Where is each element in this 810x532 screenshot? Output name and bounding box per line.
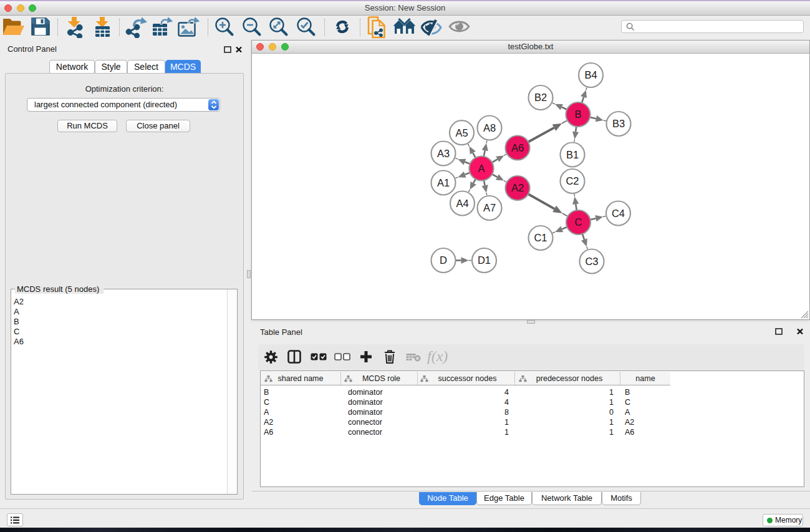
svg-text:B1: B1 bbox=[566, 149, 579, 160]
svg-text:A2: A2 bbox=[511, 182, 524, 193]
svg-text:C4: C4 bbox=[612, 208, 625, 219]
svg-text:A4: A4 bbox=[456, 198, 468, 209]
svg-text:A5: A5 bbox=[455, 127, 468, 138]
svg-text:C1: C1 bbox=[534, 232, 547, 243]
svg-text:C: C bbox=[575, 216, 582, 228]
svg-text:A3: A3 bbox=[437, 148, 450, 159]
svg-text:C3: C3 bbox=[585, 256, 598, 267]
svg-text:A6: A6 bbox=[511, 142, 524, 153]
svg-text:B: B bbox=[574, 109, 581, 120]
svg-text:D1: D1 bbox=[478, 254, 491, 266]
svg-text:A8: A8 bbox=[483, 122, 496, 133]
svg-text:B3: B3 bbox=[612, 118, 625, 129]
svg-text:C2: C2 bbox=[566, 175, 579, 186]
svg-text:D: D bbox=[440, 254, 447, 266]
svg-text:B2: B2 bbox=[534, 92, 547, 103]
svg-text:A7: A7 bbox=[483, 202, 496, 213]
svg-text:A: A bbox=[478, 163, 485, 174]
svg-text:A1: A1 bbox=[437, 177, 450, 188]
svg-text:B4: B4 bbox=[584, 69, 597, 80]
